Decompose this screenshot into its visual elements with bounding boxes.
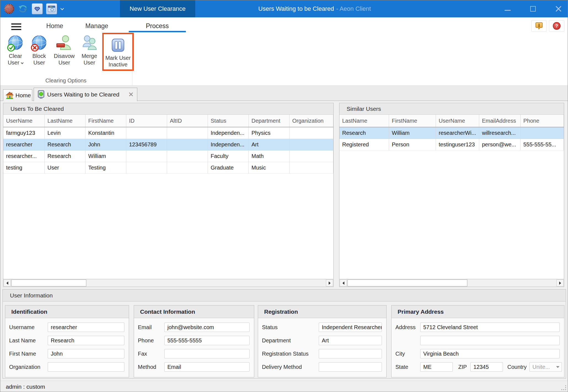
- table-row[interactable]: Registered Person testinguser123 person@…: [339, 139, 564, 151]
- block-user-button[interactable]: Block User: [27, 33, 51, 66]
- registration-status-label: Registration Status: [262, 351, 319, 357]
- cell: researcherWi...: [436, 127, 479, 139]
- identification-title: Identification: [5, 305, 129, 318]
- app-logo-icon[interactable]: [4, 4, 14, 14]
- state-field[interactable]: ME: [420, 362, 453, 372]
- clear-user-label-1: Clear: [9, 53, 22, 59]
- scroll-left-button[interactable]: [4, 280, 11, 286]
- tab-close-icon[interactable]: ✕: [128, 92, 134, 97]
- similar-table-hscrollbar[interactable]: [339, 279, 564, 287]
- state-label: State: [395, 364, 420, 370]
- about-button[interactable]: [531, 20, 547, 32]
- merge-users-icon: [81, 34, 98, 53]
- column-header[interactable]: ID: [126, 115, 167, 127]
- firstname-label: First Name: [9, 351, 48, 357]
- arrow-left-icon: [342, 281, 344, 285]
- tab-home[interactable]: Home: [3, 89, 32, 101]
- column-header[interactable]: UserName: [3, 115, 45, 127]
- email-field[interactable]: john@website.com: [164, 323, 250, 332]
- username-field[interactable]: researcher: [48, 323, 124, 332]
- column-header[interactable]: FirstName: [389, 115, 436, 127]
- column-header[interactable]: AltID: [167, 115, 208, 127]
- department-field[interactable]: Art: [319, 336, 382, 345]
- lastname-field[interactable]: Research: [48, 336, 124, 345]
- cell: Graduate: [208, 162, 249, 173]
- content-area: Users To Be Cleared UserName LastName Fi…: [0, 101, 568, 381]
- city-label: City: [395, 351, 420, 357]
- city-field[interactable]: Virginia Beach: [420, 349, 560, 358]
- organization-field[interactable]: [48, 362, 124, 372]
- ribbon-tab-home[interactable]: Home: [36, 20, 73, 32]
- scroll-left-button[interactable]: [340, 280, 347, 286]
- scroll-right-button[interactable]: [326, 280, 333, 286]
- scrollbar-thumb[interactable]: [347, 280, 467, 286]
- window-title-main: Users Waiting to be Cleared: [258, 5, 334, 12]
- similar-table-header: LastName FirstName UserName EmailAddress…: [339, 115, 564, 127]
- tab-users-waiting[interactable]: Users Waiting to be Cleared ✕: [34, 88, 137, 101]
- table-row[interactable]: researcher... Research William Faculty M…: [3, 151, 333, 162]
- cell: [290, 139, 333, 150]
- ribbon-tab-manage[interactable]: Manage: [79, 20, 115, 32]
- column-header[interactable]: FirstName: [85, 115, 126, 127]
- close-button[interactable]: [553, 4, 563, 14]
- phone-field[interactable]: 555-555-5555: [164, 336, 250, 345]
- clearing-options-group: Clear User Block User: [4, 33, 134, 71]
- cell: Music: [249, 162, 290, 173]
- delivery-method-field[interactable]: [319, 362, 382, 372]
- sync-button[interactable]: [17, 3, 28, 14]
- address-line1-field[interactable]: 5712 Cleveland Street: [420, 323, 560, 332]
- lastname-label: Last Name: [9, 337, 48, 344]
- ribbon-tab-process[interactable]: Process: [129, 20, 186, 32]
- status-field[interactable]: Independent Researcher: [319, 323, 382, 332]
- validate-button[interactable]: [32, 3, 43, 14]
- zip-field[interactable]: 12345: [470, 362, 503, 372]
- help-icon: ?: [552, 22, 561, 30]
- disavow-user-button[interactable]: Disavow User: [51, 33, 77, 66]
- table-row-selected[interactable]: Research William researcherWi... willres…: [339, 127, 564, 139]
- minimize-button[interactable]: [503, 4, 513, 14]
- ribbon: Home Manage Process Clear: [0, 17, 568, 86]
- column-header[interactable]: EmailAddress: [479, 115, 521, 127]
- qat-dropdown-icon[interactable]: [60, 7, 64, 10]
- resize-grip-icon[interactable]: [562, 386, 566, 390]
- column-header[interactable]: Department: [249, 115, 290, 127]
- table-row-selected[interactable]: researcher Research John 123456789 Indep…: [3, 139, 333, 151]
- mark-user-inactive-button[interactable]: Mark User Inactive: [105, 35, 131, 68]
- clear-user-button[interactable]: Clear User: [4, 33, 27, 66]
- address-line2-field[interactable]: [420, 336, 560, 345]
- pinned-form-tab[interactable]: New User Clearance: [120, 0, 195, 17]
- country-value: Unite...: [532, 364, 550, 370]
- window-menu-button[interactable]: [46, 3, 57, 14]
- menu-button[interactable]: [11, 23, 22, 32]
- fax-field[interactable]: [164, 349, 250, 358]
- column-header[interactable]: LastName: [45, 115, 85, 127]
- registration-panel: Registration Status Independent Research…: [258, 305, 387, 377]
- help-button[interactable]: ?: [549, 20, 564, 32]
- column-header[interactable]: Organization: [290, 115, 333, 127]
- scrollbar-thumb[interactable]: [11, 280, 86, 286]
- maximize-button[interactable]: [528, 4, 538, 14]
- clear-user-label-2: User: [8, 60, 19, 66]
- cell: 123456789: [126, 139, 167, 150]
- registration-status-field[interactable]: [319, 349, 382, 358]
- cell: [290, 162, 333, 173]
- cell: [126, 151, 167, 162]
- cell: researcher: [3, 139, 45, 150]
- firstname-field[interactable]: John: [48, 349, 124, 358]
- method-field[interactable]: Email: [164, 362, 250, 372]
- table-row[interactable]: farmguy123 Levin Konstantin Independen..…: [3, 127, 333, 139]
- users-table-hscrollbar[interactable]: [3, 279, 333, 287]
- organization-label: Organization: [9, 364, 48, 370]
- table-row[interactable]: testing User Testing Graduate Music: [3, 162, 333, 174]
- window-title-suffix: - Aeon Client: [336, 5, 371, 12]
- country-dropdown[interactable]: Unite...: [529, 362, 562, 372]
- block-user-label-2: User: [33, 60, 45, 66]
- column-header[interactable]: LastName: [339, 115, 389, 127]
- column-header[interactable]: Status: [208, 115, 249, 127]
- merge-user-button[interactable]: Merge User: [77, 33, 101, 66]
- column-header[interactable]: UserName: [436, 115, 479, 127]
- similar-table-title: Similar Users: [339, 103, 564, 115]
- scroll-right-button[interactable]: [556, 280, 564, 286]
- column-header[interactable]: Phone: [521, 115, 564, 127]
- cell: Faculty: [208, 151, 249, 162]
